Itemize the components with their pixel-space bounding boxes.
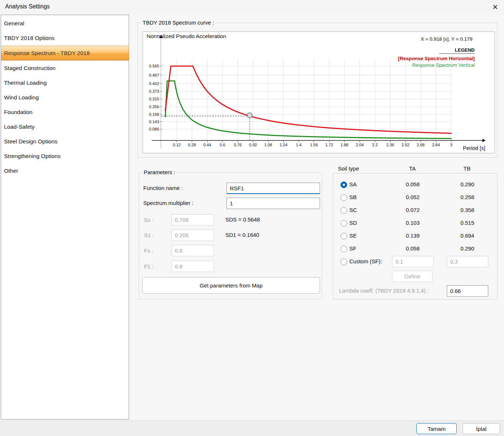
title-bar: Analysis Settings ✕ (0, 0, 504, 15)
soil-tb-value: 0.290 (453, 245, 482, 252)
soil-radio-sc[interactable] (341, 207, 347, 214)
sidebar-item-general[interactable]: General (1, 16, 129, 31)
x-tick-label: 1.4 (296, 143, 301, 147)
custom-sf-radio[interactable] (341, 259, 347, 265)
ta-column-header: TA (398, 165, 427, 172)
soil-radio-sb[interactable] (341, 194, 347, 201)
sds-value-text: SDS = 0.5648 (225, 216, 260, 223)
parameters-group-title: Parameters : (142, 169, 177, 175)
sidebar-item-response-spectrum-tbdy-2018[interactable]: Response Spectrum - TBDY 2018 (1, 46, 129, 61)
x-tick-label: 1.08 (264, 143, 272, 147)
soil-ta-value: 0.072 (398, 207, 427, 213)
soil-radio-sd[interactable] (341, 220, 347, 227)
coeff-input-fs (172, 245, 214, 256)
get-parameters-from-map-button[interactable]: Get parameters from Map (142, 277, 320, 294)
legend-item-horizontal: [Response Spectrum Horizontal] (398, 56, 475, 61)
cancel-button[interactable]: İptal (463, 423, 500, 434)
soil-label-sd[interactable]: SD (349, 220, 357, 226)
soil-ta-value: 0.103 (398, 220, 427, 226)
soil-radio-se[interactable] (341, 233, 347, 239)
soil-type-column-header: Soil type (338, 165, 359, 172)
soil-label-sb[interactable]: SB (349, 194, 357, 200)
lambda-coeff-input[interactable] (447, 285, 488, 297)
x-tick-label: 3 (450, 143, 452, 147)
y-tick-label: 0.256 (149, 105, 159, 109)
x-tick-label: 2.68 (417, 143, 424, 147)
soil-row-sf: SF0.0580.290 (333, 243, 497, 256)
soil-row-sd: SD0.1030.515 (333, 217, 497, 230)
custom-tb-input (447, 256, 488, 267)
x-tick-label: 1.88 (341, 143, 348, 147)
custom-sf-label[interactable]: Custom (SF): (349, 258, 382, 264)
soil-ta-value: 0.058 (398, 181, 427, 187)
ok-button[interactable]: Tamam (416, 423, 457, 434)
curve-response-spectrum-vertical (165, 81, 451, 139)
soil-label-sf[interactable]: SF (349, 245, 356, 252)
soil-ta-value: 0.058 (398, 245, 427, 252)
x-tick-label: 2.04 (356, 143, 364, 147)
coeff-input-f1 (172, 261, 214, 272)
y-tick-label: 0.315 (149, 97, 159, 101)
soil-label-sc[interactable]: SC (349, 207, 357, 213)
sidebar-item-wind-loading[interactable]: Wind Loading (1, 90, 129, 105)
soil-tb-value: 0.358 (453, 207, 482, 213)
function-name-input[interactable] (227, 183, 320, 194)
sidebar-item-staged-construction[interactable]: Staged Construction (1, 61, 129, 76)
spectrum-chart[interactable]: Normalized Pseudo AccelerationX = 0.918 … (143, 32, 494, 153)
coeff-label-fs: Fs : (144, 248, 153, 254)
analysis-settings-dialog: Analysis Settings ✕ GeneralTBDY 2018 Opt… (0, 0, 504, 436)
y-tick-label: 0.198 (149, 112, 159, 117)
soil-radio-sa[interactable] (341, 182, 347, 188)
x-tick-label: 0.6 (220, 143, 225, 147)
y-tick-label: 0.432 (149, 81, 159, 86)
parameters-groupbox: Parameters : Function name : Spectrum mu… (139, 172, 322, 299)
x-tick-label: 0.12 (173, 143, 180, 147)
soil-row-sa: SA0.0580.290 (333, 179, 497, 191)
y-tick-label: 0.565 (149, 64, 159, 68)
y-tick-label: 0.143 (149, 120, 159, 124)
sd1-value-text: SD1 = 0.1640 (225, 232, 259, 238)
cursor-marker[interactable] (247, 113, 252, 118)
x-tick-label: 1.56 (310, 143, 318, 147)
soil-tb-value: 0.290 (453, 181, 482, 187)
soil-tb-value: 0.515 (453, 220, 482, 226)
spectrum-curve-group-title: TBDY 2018 Spectrum curve : (141, 19, 216, 26)
custom-ta-input (392, 256, 434, 267)
sidebar-item-thermal-loading[interactable]: Thermal Loading (1, 76, 129, 90)
x-tick-label: 2.84 (432, 143, 440, 147)
define-button: Define (392, 271, 433, 282)
lambda-coeff-label: Lambda coeff. (TBDY 2018 4.9.1.4) : (339, 287, 429, 294)
spectrum-chart-plot[interactable]: Normalized Pseudo AccelerationX = 0.918 … (143, 32, 495, 153)
sidebar-item-strengthening-options[interactable]: Strengthening Options (1, 149, 129, 164)
soil-radio-sf[interactable] (341, 246, 347, 252)
soil-tb-value: 0.258 (453, 194, 482, 200)
dialog-footer: Tamam İptal (0, 420, 504, 436)
soil-label-sa[interactable]: SA (349, 181, 357, 187)
soil-tb-value: 0.694 (453, 232, 482, 239)
soil-ta-value: 0.139 (398, 232, 427, 239)
coeff-input-ss (172, 214, 214, 226)
x-axis-arrow-icon (482, 139, 486, 142)
soil-row-sb: SB0.0520.258 (333, 191, 497, 204)
coeff-label-ss: Ss : (144, 217, 154, 223)
soil-type-panel: SA0.0580.290SB0.0520.258SC0.0720.358SD0.… (333, 173, 497, 300)
y-tick-label: 0.373 (149, 89, 159, 94)
x-tick-label: 2.36 (386, 143, 394, 147)
close-icon[interactable]: ✕ (488, 1, 503, 13)
spectrum-curve-groupbox: TBDY 2018 Spectrum curve : Normalized Ps… (137, 23, 497, 158)
soil-label-se[interactable]: SE (349, 232, 357, 239)
x-tick-label: 0.76 (234, 143, 242, 147)
coeff-label-f1: F1 : (144, 263, 154, 270)
sidebar-item-steel-design-options[interactable]: Steel Design Options (1, 134, 129, 149)
sidebar-item-tbdy-2018-options[interactable]: TBDY 2018 Options (1, 31, 129, 45)
x-tick-label: 1.24 (280, 143, 287, 147)
x-tick-label: 0.28 (188, 143, 196, 147)
y-axis-title: Normalized Pseudo Acceleration (147, 33, 226, 39)
sidebar-item-foundation[interactable]: Foundation (1, 105, 129, 120)
sidebar-item-load-safety[interactable]: Load-Safety (1, 120, 129, 134)
x-tick-label: 1.72 (325, 143, 333, 147)
x-tick-label: 0.92 (249, 143, 257, 147)
x-tick-label: 2.2 (372, 143, 378, 147)
spectrum-multiplier-input[interactable] (227, 198, 320, 209)
sidebar-item-other[interactable]: Other (1, 164, 129, 178)
